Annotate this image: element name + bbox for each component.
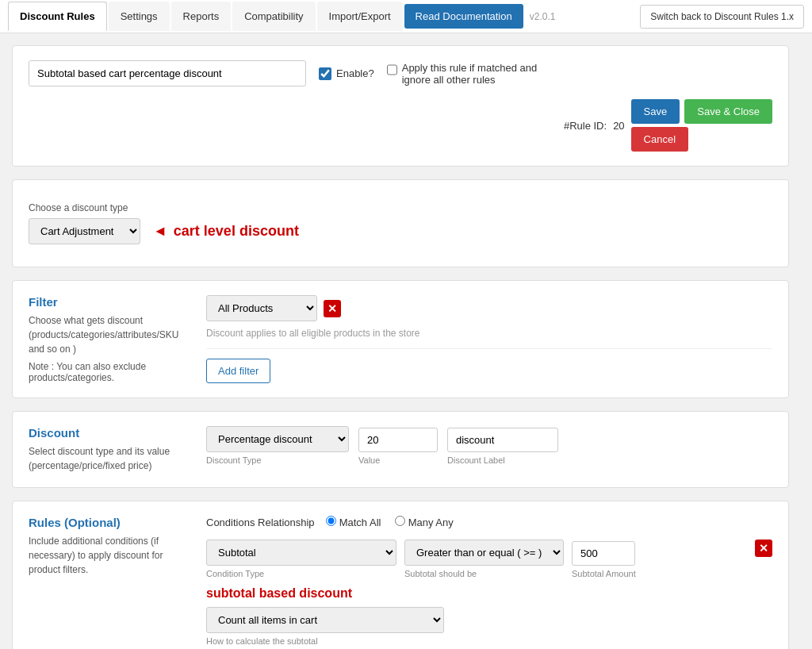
filter-product-select[interactable]: All Products <box>206 295 317 321</box>
many-any-radio[interactable] <box>395 516 405 526</box>
rules-right: Conditions Relationship Match All Many A… <box>206 516 772 649</box>
top-form-row: Enable? Apply this rule if matched and i… <box>29 60 772 152</box>
action-buttons: Save Save & Close Cancel <box>631 99 772 152</box>
condition-operator-field: Greater than or equal ( >= ) Less than o… <box>404 540 564 578</box>
many-any-text: Many Any <box>408 517 454 528</box>
discount-layout: Discount Select discount type and its va… <box>29 426 772 473</box>
cancel-button[interactable]: Cancel <box>631 127 688 152</box>
cart-level-annotation: cart level discount <box>174 223 299 240</box>
apply-rule-group: Apply this rule if matched and ignore al… <box>387 62 561 86</box>
enable-checkbox[interactable] <box>319 67 331 80</box>
discount-type-row: Cart Adjustment Product Discount Buy X G… <box>29 218 772 244</box>
nav-tab-import-export[interactable]: Import/Export <box>317 2 403 31</box>
enable-group: Enable? <box>319 67 374 80</box>
filter-hint: Discount applies to all eligible product… <box>206 328 772 339</box>
conditions-rel-label: Conditions Relationship <box>206 517 315 528</box>
discount-label-label: Discount Label <box>447 455 558 465</box>
apply-rule-label: Apply this rule if matched and ignore al… <box>402 62 561 86</box>
match-all-label[interactable]: Match All <box>326 517 384 528</box>
discount-desc: Select discount type and its value (perc… <box>29 444 187 473</box>
rule-id-label: #Rule ID: <box>564 120 607 132</box>
rules-card: Rules (Optional) Include additional cond… <box>12 501 789 649</box>
match-all-text: Match All <box>339 517 381 528</box>
condition-value-input[interactable] <box>572 541 635 566</box>
filter-card: Filter Choose what gets discount (produc… <box>12 280 789 398</box>
condition-value-field: Subtotal Amount <box>572 541 636 578</box>
subtotal-calc-label: How to calculate the subtotal <box>206 636 747 646</box>
main-content: Enable? Apply this rule if matched and i… <box>0 33 801 649</box>
filter-right: All Products ✕ Discount applies to all e… <box>206 295 772 383</box>
condition-fields: Subtotal Quantity Condition Type Greater… <box>206 540 747 646</box>
filter-desc: Choose what gets discount (products/cate… <box>29 313 187 356</box>
conditions-relationship: Conditions Relationship Match All Many A… <box>206 516 772 528</box>
save-button[interactable]: Save <box>631 99 680 124</box>
condition-type-label: Condition Type <box>206 569 396 578</box>
discount-type-label: Discount Type <box>206 455 349 465</box>
discount-row: Percentage discount Fixed price Fixed ca… <box>206 426 772 465</box>
rules-desc: Include additional conditions (if necess… <box>29 534 187 577</box>
subtotal-annotation: subtotal based discount <box>206 586 747 601</box>
filter-left: Filter Choose what gets discount (produc… <box>29 295 187 383</box>
rule-id-value: 20 <box>613 120 624 132</box>
rule-name-input[interactable] <box>29 60 306 86</box>
rules-left: Rules (Optional) Include additional cond… <box>29 516 187 649</box>
rule-header-card: Enable? Apply this rule if matched and i… <box>12 45 789 167</box>
discount-label-field: Discount Label <box>447 428 558 465</box>
condition-type-select[interactable]: Subtotal Quantity <box>206 540 396 566</box>
discount-label-input[interactable] <box>447 428 558 452</box>
switch-back-button[interactable]: Switch back to Discount Rules 1.x <box>640 5 804 29</box>
annotation-group: ◄ cart level discount <box>153 223 299 240</box>
discount-title: Discount <box>29 426 187 440</box>
rules-title: Rules (Optional) <box>29 516 187 529</box>
discount-type-field: Percentage discount Fixed price Fixed ca… <box>206 426 349 465</box>
match-all-radio[interactable] <box>326 516 336 526</box>
discount-value-input[interactable] <box>358 428 438 452</box>
enable-label: Enable? <box>336 67 374 79</box>
nav-tab-reports[interactable]: Reports <box>171 2 232 31</box>
discount-value-label: Value <box>358 455 438 465</box>
discount-type-label: Choose a discount type <box>29 202 772 213</box>
condition-row: Subtotal Quantity Condition Type Greater… <box>206 540 772 646</box>
filter-layout: Filter Choose what gets discount (produc… <box>29 295 772 383</box>
condition-sub-row: Count all items in cart Sum of item pric… <box>206 607 747 646</box>
filter-row: All Products ✕ <box>206 295 772 321</box>
remove-condition-button[interactable]: ✕ <box>755 540 772 557</box>
condition-value-label: Subtotal Amount <box>572 569 636 578</box>
apply-rule-checkbox[interactable] <box>387 63 397 76</box>
condition-type-field: Subtotal Quantity Condition Type <box>206 540 396 578</box>
nav-tab-discount-rules[interactable]: Discount Rules <box>8 2 107 31</box>
discount-card: Discount Select discount type and its va… <box>12 411 789 488</box>
subtotal-calc-select[interactable]: Count all items in cart Sum of item pric… <box>206 607 444 633</box>
condition-top-row: Subtotal Quantity Condition Type Greater… <box>206 540 747 578</box>
top-navigation: Discount Rules Settings Reports Compatib… <box>0 0 812 33</box>
discount-right: Percentage discount Fixed price Fixed ca… <box>206 426 772 473</box>
discount-left: Discount Select discount type and its va… <box>29 426 187 473</box>
discount-type-select[interactable]: Percentage discount Fixed price Fixed ca… <box>206 426 349 452</box>
filter-note: Note : You can also exclude products/cat… <box>29 361 187 383</box>
operator-label: Subtotal should be <box>404 569 564 578</box>
rule-id-group: #Rule ID: 20 Save Save & Close Cancel <box>564 99 772 152</box>
discount-type-card: Choose a discount type Cart Adjustment P… <box>12 179 789 267</box>
version-label: v2.0.1 <box>530 11 556 22</box>
nav-tab-settings[interactable]: Settings <box>109 2 170 31</box>
condition-operator-select[interactable]: Greater than or equal ( >= ) Less than o… <box>404 540 564 566</box>
read-documentation-button[interactable]: Read Documentation <box>404 4 523 29</box>
many-any-label[interactable]: Many Any <box>395 517 454 528</box>
save-close-button[interactable]: Save & Close <box>684 99 772 124</box>
discount-type-section: Choose a discount type Cart Adjustment P… <box>29 194 772 252</box>
add-filter-button[interactable]: Add filter <box>206 359 270 383</box>
discount-value-field: Value <box>358 428 438 465</box>
red-arrow-icon: ◄ <box>153 223 167 240</box>
filter-title: Filter <box>29 295 187 309</box>
nav-tab-compatibility[interactable]: Compatibility <box>232 2 315 31</box>
discount-type-select[interactable]: Cart Adjustment Product Discount Buy X G… <box>29 218 140 244</box>
remove-filter-button[interactable]: ✕ <box>324 300 341 317</box>
rules-layout: Rules (Optional) Include additional cond… <box>29 516 772 649</box>
